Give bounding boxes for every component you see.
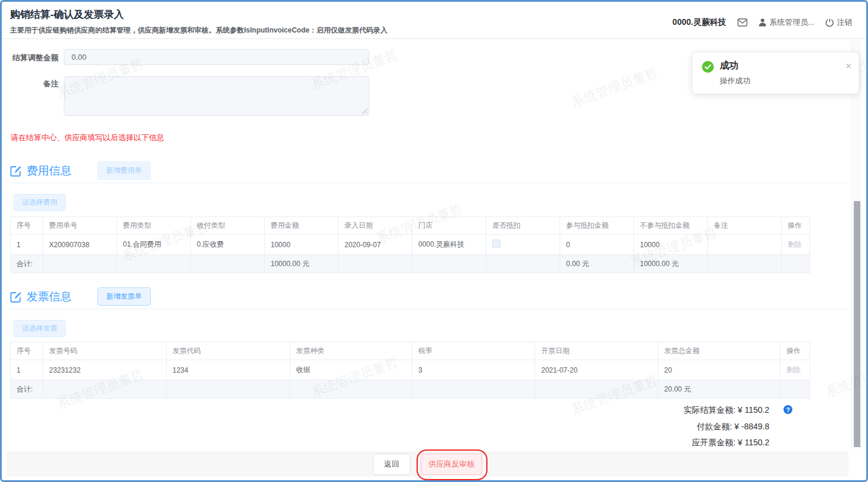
table-cell: 0 [560, 235, 634, 255]
invoice-table: 序号发票号码发票代码发票种类税率开票日期发票总金额操作1232312321234… [10, 342, 810, 399]
table-total-row: 合计:20.00 元 [11, 380, 810, 399]
table-cell: X200907038 [43, 235, 117, 255]
column-header: 费用金额 [265, 217, 339, 235]
total-cell [486, 255, 560, 273]
adjust-amount-label: 结算调整金额 [4, 53, 58, 63]
total-cell: 10000.00 元 [265, 255, 339, 273]
total-cell [191, 255, 265, 273]
deduct-checkbox[interactable] [492, 240, 500, 248]
envelope-icon [737, 18, 747, 27]
watermark-text: 系统管理员董哲 [569, 64, 661, 112]
column-header: 是否抵扣 [486, 217, 560, 235]
column-header: 操作 [782, 217, 810, 235]
column-header: 序号 [11, 217, 43, 235]
column-header: 不参与抵扣金额 [634, 217, 708, 235]
add-fee-button[interactable]: 新增费用单 [97, 161, 151, 180]
table-header-row: 序号费用单号费用类型收付类型费用金额录入日期门店是否抵扣参与抵扣金额不参与抵扣金… [11, 217, 810, 235]
supplier-reverse-audit-button[interactable]: 供应商反审核 [421, 454, 482, 475]
mail-button[interactable] [737, 18, 747, 27]
total-cell [412, 255, 486, 273]
fee-section-header: 费用信息 新增费用单 [10, 161, 151, 180]
payment-amount: 付款金额: ¥ -8849.8 [697, 422, 769, 432]
table-cell: 01.合同费用 [117, 235, 191, 255]
success-check-icon [702, 61, 714, 73]
page-subtitle: 主要用于供应链购销供应商的结算管理，供应商新增发票和审核。系统参数IsInput… [10, 25, 388, 35]
table-cell: 23231232 [43, 360, 167, 380]
column-header: 备注 [708, 217, 782, 235]
column-header: 发票代码 [167, 342, 290, 360]
page-header: 购销结算-确认及发票录入 主要用于供应链购销供应商的结算管理，供应商新增发票和审… [10, 8, 388, 35]
total-cell [535, 380, 658, 399]
column-header: 费用单号 [43, 217, 117, 235]
table-cell: 10000 [265, 235, 339, 255]
table-cell: 3 [412, 360, 535, 380]
back-button[interactable]: 返回 [373, 454, 411, 475]
table-row: 1X20090703801.合同费用0.应收费100002020-09-0700… [11, 235, 810, 255]
toast-message: 操作成功 [720, 76, 849, 86]
table-cell: 2020-09-07 [339, 235, 412, 255]
table-cell: 1 [11, 360, 43, 380]
table-cell: 0.应收费 [191, 235, 265, 255]
total-cell [339, 255, 412, 273]
action-cell: 删除 [782, 235, 810, 255]
column-header: 费用类型 [117, 217, 191, 235]
table-cell [708, 235, 782, 255]
table-cell: 20 [658, 360, 781, 380]
column-header: 发票总金额 [658, 342, 781, 360]
table-header-row: 序号发票号码发票代码发票种类税率开票日期发票总金额操作 [11, 342, 810, 360]
column-header: 录入日期 [339, 217, 412, 235]
power-icon [825, 18, 834, 27]
header-divider [2, 38, 866, 39]
table-cell: 10000 [634, 235, 708, 255]
table-cell: 收据 [290, 360, 412, 380]
remark-textarea[interactable] [64, 76, 369, 116]
logout-label: 注销 [837, 17, 852, 28]
column-header: 参与抵扣金额 [560, 217, 634, 235]
total-cell: 合计: [11, 380, 43, 399]
table-cell: 2021-07-20 [535, 360, 658, 380]
remark-label: 备注 [4, 79, 58, 89]
invoice-section-divider [10, 309, 847, 309]
select-fee-button[interactable]: 请选择费用 [14, 194, 66, 211]
fee-section-divider [10, 183, 847, 183]
add-invoice-button[interactable]: 新增发票单 [97, 287, 151, 306]
action-cell: 删除 [781, 360, 810, 380]
total-cell [708, 255, 782, 273]
scrollbar-thumb[interactable] [854, 201, 860, 447]
table-cell [486, 235, 560, 255]
total-cell: 20.00 元 [658, 380, 781, 399]
delete-link[interactable]: 删除 [788, 240, 802, 248]
column-header: 开票日期 [535, 342, 658, 360]
column-header: 序号 [11, 342, 43, 360]
footer-bar: 返回 供应商反审核 [6, 451, 849, 477]
total-cell [412, 380, 535, 399]
edit-icon [10, 165, 22, 177]
success-toast: 成功 操作成功 × [692, 52, 859, 94]
invoice-due-amount: 应开票金额: ¥ 1150.2 [692, 438, 769, 448]
help-icon[interactable]: ? [784, 405, 792, 414]
table-cell: 1 [11, 235, 43, 255]
column-header: 发票种类 [290, 342, 412, 360]
column-header: 税率 [412, 342, 535, 360]
total-cell: 合计: [11, 255, 43, 273]
select-invoice-button[interactable]: 请选择发票 [14, 320, 66, 337]
user-name: 系统管理员... [769, 17, 814, 28]
user-icon [759, 18, 766, 27]
total-cell [43, 380, 167, 399]
settlement-invoice-page: { "page": { "title": "购销结算-确认及发票录入", "su… [0, 0, 868, 482]
page-title: 购销结算-确认及发票录入 [10, 8, 388, 21]
delete-link[interactable]: 删除 [786, 365, 801, 374]
warning-text: 请在结算中心、供应商填写以后选择以下信息 [11, 132, 164, 143]
total-cell [117, 255, 191, 273]
adjust-amount-input[interactable]: 0.00 [64, 49, 369, 65]
total-cell: 0.00 元 [560, 255, 634, 273]
total-cell [782, 255, 810, 273]
company-name: 0000.灵蕨科技 [672, 17, 726, 28]
actual-settlement-amount: 实际结算金额: ¥ 1150.2 [684, 405, 769, 416]
total-cell: 10000.00 元 [634, 255, 708, 273]
user-menu[interactable]: 系统管理员... [759, 17, 814, 28]
total-cell [290, 380, 412, 399]
logout-button[interactable]: 注销 [825, 17, 852, 28]
close-icon[interactable]: × [846, 61, 851, 71]
total-cell [167, 380, 290, 399]
